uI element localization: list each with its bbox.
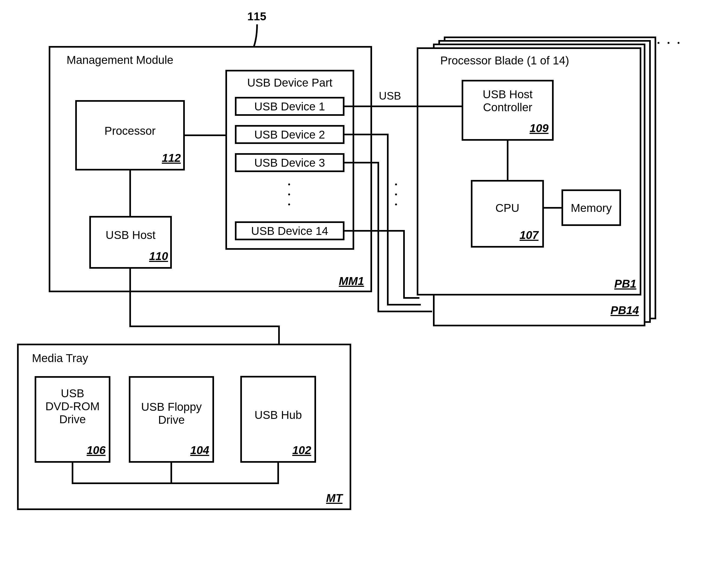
line-dev14-c [403,297,419,299]
usb-device-2-label: USB Device 2 [235,128,344,141]
line-processor-usbdevpart [185,134,226,136]
processor-ref: 112 [162,151,181,165]
processor-blade-title: Processor Blade (1 of 14) [440,54,569,67]
management-module-tag: MM1 [339,275,364,288]
usb-host-controller-label: USB Host Controller [462,88,554,114]
usb-device-3-label: USB Device 3 [235,156,344,169]
line-cpu-memory [544,207,562,209]
usb-host-ref: 110 [149,250,168,263]
hub-label: USB Hub [240,408,316,422]
processor-label: Processor [75,124,185,138]
line-dev3-c [378,311,432,312]
line-dvd-down [72,463,73,484]
line-usbhc-cpu [507,141,508,180]
blade-tag-back: PB14 [610,304,639,317]
line-dev2-b [387,134,388,306]
media-tray-title: Media Tray [32,352,88,365]
dvd-label: USB DVD-ROM Drive [35,387,110,426]
line-dev14-b [403,230,405,297]
vertical-ellipsis-devices [288,184,290,205]
usb-bus-label: USB [379,90,401,102]
blade-tag-front: PB1 [614,277,636,290]
vertical-ellipsis-lines [395,184,397,205]
memory-label: Memory [562,202,621,215]
usb-device-14-label: USB Device 14 [235,225,344,237]
diagram-canvas: 115 Management Module MM1 Processor 112 … [0,0,716,588]
usb-device-part-title: USB Device Part [226,76,354,89]
line-hub-down [277,463,279,484]
media-tray-tag: MT [326,492,342,505]
cpu-ref: 107 [520,229,539,241]
usb-host-controller-ref: 109 [530,122,548,135]
line-dev2-a [344,134,387,135]
ref-115: 115 [247,10,266,23]
management-module-title: Management Module [67,54,173,67]
cpu-label: CPU [471,202,544,215]
floppy-label: USB Floppy Drive [129,400,214,426]
line-dev3-b [378,162,379,312]
usb-host-label: USB Host [89,229,172,241]
line-dev1-to-usbhc [417,106,462,107]
line-floppy-down [170,463,172,484]
line-dev3-a [344,162,378,164]
floppy-ref: 104 [190,444,209,457]
line-mediatray-bus [72,482,279,484]
dvd-ref: 106 [87,444,106,457]
line-dev14-a [344,230,403,232]
line-usbhost-down [129,269,131,327]
line-processor-usbhost [129,170,131,216]
blade-stack-ellipsis [657,42,679,44]
hub-ref: 102 [292,444,311,457]
line-dev2-c [387,304,421,306]
usb-device-1-label: USB Device 1 [235,100,344,113]
line-usbhost-across [129,326,279,327]
